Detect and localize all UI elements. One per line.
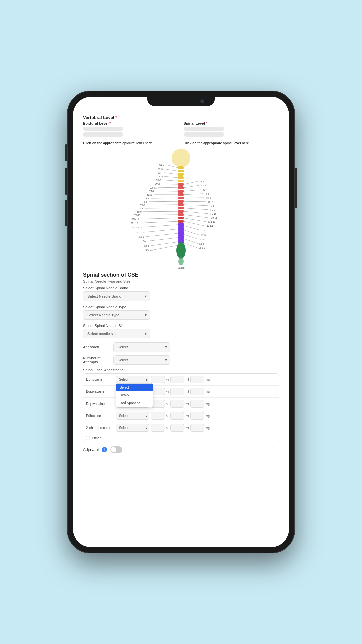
volume-down-button[interactable] — [65, 200, 67, 226]
spinal-section-title: Spinal section of CSE — [83, 272, 279, 278]
bupivacaine-row: Bupivacaine Select Heavy Iso/Hypobaric %… — [83, 386, 279, 398]
svg-text:T8-9: T8-9 — [210, 209, 215, 211]
ropivacaine-mg[interactable] — [190, 400, 204, 408]
needle-size-select[interactable]: Select needle size — [83, 329, 150, 338]
anaesthetic-group: Spinal Local Anaesthetic * Lignocaine Se… — [83, 368, 279, 442]
ropivacaine-name: Ropivacaine — [86, 402, 115, 406]
bupivacaine-mg-unit: mg — [206, 390, 210, 393]
svg-rect-18 — [178, 223, 184, 227]
chloroprocaine-select[interactable]: Select — [116, 424, 149, 432]
power-button[interactable] — [295, 168, 297, 208]
lignocaine-pct[interactable] — [151, 376, 165, 383]
svg-line-104 — [184, 243, 197, 248]
needle-size-group: Select Spinal Needle Size Select needle … — [83, 324, 279, 338]
lignocaine-ml[interactable] — [170, 376, 184, 383]
svg-line-43 — [151, 198, 178, 198]
instruction-row: Click on the appropriate epidural level … — [83, 141, 279, 145]
attempts-select[interactable]: Select — [113, 355, 170, 365]
svg-rect-9 — [178, 193, 184, 196]
svg-line-27 — [164, 169, 178, 171]
ropivacaine-ml[interactable] — [170, 400, 184, 408]
volume-up-button[interactable] — [65, 168, 67, 195]
adjuvant-info-icon[interactable]: i — [102, 447, 107, 452]
svg-text:C3-4: C3-4 — [158, 172, 163, 174]
svg-text:C1-2: C1-2 — [159, 164, 164, 166]
svg-line-76 — [184, 190, 201, 191]
chloroprocaine-mg[interactable] — [190, 424, 204, 432]
ropivacaine-pct[interactable] — [151, 400, 165, 408]
spine-illustration[interactable]: C1-2 C2-3 C3-4 C4-5 C5-6 C6-7 — [83, 148, 279, 272]
svg-line-69 — [154, 245, 178, 250]
approach-select[interactable]: Select — [113, 342, 170, 352]
chloroprocaine-pct[interactable] — [151, 424, 165, 432]
svg-line-55 — [141, 218, 178, 219]
adjuvant-toggle[interactable] — [110, 446, 122, 453]
svg-line-90 — [184, 215, 208, 218]
lignocaine-mg[interactable] — [190, 376, 204, 383]
chloroprocaine-select-wrap: Select — [116, 424, 149, 432]
ropivacaine-ml-unit: ml — [186, 402, 189, 406]
lignocaine-name: Lignocaine — [86, 378, 115, 381]
epidural-pill-1[interactable] — [83, 127, 123, 131]
spinal-instruction-col: Click on the appropriate spinal level he… — [184, 141, 279, 145]
svg-text:T1-2: T1-2 — [199, 180, 204, 183]
svg-rect-10 — [178, 197, 184, 199]
approach-label: Approach — [83, 345, 113, 349]
bupivacaine-ml[interactable] — [170, 388, 184, 395]
anaesthetic-table: Lignocaine Select Heavy Iso/Hypobaric — [83, 373, 279, 442]
svg-line-84 — [184, 205, 208, 206]
lignocaine-option-iso[interactable]: Iso/Hypobaric — [116, 399, 153, 407]
lignocaine-select-wrap: Select Heavy Iso/Hypobaric — [116, 376, 149, 383]
prilocaine-select[interactable]: Select — [116, 412, 149, 420]
svg-line-61 — [143, 229, 178, 232]
ropivacaine-pct-unit: % — [166, 402, 169, 406]
svg-line-80 — [184, 198, 204, 198]
svg-text:T2-3: T2-3 — [201, 184, 206, 187]
svg-rect-20 — [178, 231, 184, 235]
svg-text:C6-7: C6-7 — [155, 183, 160, 185]
needle-type-select[interactable]: Select Needle Type — [83, 310, 150, 320]
svg-text:T1-2: T1-2 — [149, 190, 155, 192]
prilocaine-ml[interactable] — [170, 412, 184, 420]
svg-rect-12 — [178, 203, 184, 206]
other-checkbox[interactable] — [86, 436, 90, 440]
vertebral-level-header: Vertebral Level * — [83, 115, 279, 120]
svg-rect-21 — [178, 235, 184, 239]
epidural-pill-2[interactable] — [83, 132, 123, 137]
svg-point-0 — [172, 149, 190, 167]
svg-rect-5 — [178, 180, 184, 182]
spinal-pill-2[interactable] — [184, 132, 224, 137]
svg-point-23 — [176, 242, 186, 259]
bupivacaine-mg[interactable] — [190, 388, 204, 395]
chloroprocaine-ml[interactable] — [170, 424, 184, 432]
lignocaine-option-heavy[interactable]: Heavy — [116, 391, 153, 399]
prilocaine-mg[interactable] — [190, 412, 204, 420]
needle-brand-select[interactable]: Select Needle Brand — [83, 291, 150, 301]
svg-text:T12-L1: T12-L1 — [205, 225, 213, 227]
svg-line-82 — [184, 201, 206, 202]
prilocaine-name: Prilocaine — [86, 414, 115, 418]
svg-line-94 — [184, 221, 204, 226]
needle-type-label: Select Spinal Needle Type — [83, 305, 279, 309]
bupivacaine-pct[interactable] — [151, 388, 165, 395]
epidural-level-label: Epidural Level * — [83, 121, 179, 125]
svg-line-102 — [184, 239, 198, 244]
svg-rect-8 — [178, 190, 184, 193]
lignocaine-select[interactable]: Select Heavy Iso/Hypobaric — [116, 376, 149, 383]
svg-rect-7 — [178, 186, 184, 189]
svg-text:T10-11: T10-11 — [132, 218, 139, 220]
lignocaine-mg-unit: mg — [206, 378, 210, 381]
spinal-instruction: Click on the appropriate spinal level he… — [184, 141, 279, 145]
svg-line-49 — [145, 208, 178, 208]
lignocaine-option-select[interactable]: Select — [116, 384, 153, 391]
needle-type-select-wrapper: Select Needle Type — [83, 310, 150, 320]
mute-button[interactable] — [65, 144, 67, 161]
svg-line-65 — [148, 238, 178, 241]
approach-row: Approach Select — [83, 342, 279, 352]
prilocaine-pct[interactable] — [151, 412, 165, 420]
anaesthetic-required: * — [124, 368, 126, 372]
svg-line-74 — [184, 185, 199, 188]
svg-text:T6-7: T6-7 — [208, 201, 213, 203]
spinal-pill-1[interactable] — [184, 127, 224, 131]
svg-text:C2-3: C2-3 — [158, 168, 163, 170]
